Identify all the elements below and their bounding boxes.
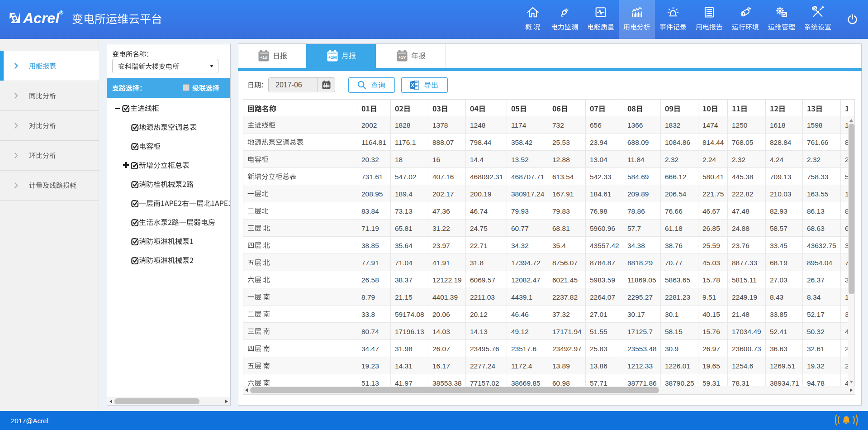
svg-text:+1M: +1M xyxy=(328,55,337,60)
svg-text:X: X xyxy=(411,82,414,88)
svg-text:+1Y: +1Y xyxy=(398,55,406,60)
svg-text:+1d: +1d xyxy=(260,55,267,60)
